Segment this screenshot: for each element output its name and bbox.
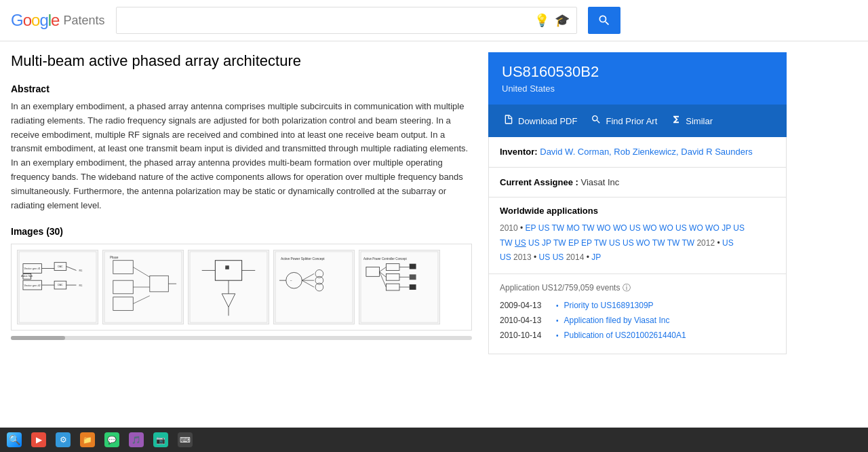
- country-us-12[interactable]: US: [553, 252, 564, 262]
- search-button[interactable]: [588, 7, 620, 34]
- country-ep-1[interactable]: EP: [526, 223, 536, 233]
- event-date-1: 2009-04-13: [500, 301, 551, 310]
- country-tw-8[interactable]: TW: [682, 238, 694, 248]
- country-us-8[interactable]: US: [623, 238, 634, 248]
- images-heading: Images (30): [11, 226, 472, 237]
- country-wo-2[interactable]: WO: [613, 223, 627, 233]
- pdf-icon: [503, 114, 514, 128]
- worldwide-title: Worldwide applications: [500, 206, 775, 216]
- download-pdf-label: Download PDF: [518, 116, 577, 126]
- country-jp-2[interactable]: JP: [542, 238, 551, 248]
- country-us-2[interactable]: US: [629, 223, 641, 233]
- svg-text:R1: R1: [79, 284, 82, 287]
- search-input[interactable]: [123, 15, 529, 26]
- patent-image-5[interactable]: Active Power Controller Concept: [359, 250, 440, 324]
- country-us-10[interactable]: US: [500, 252, 511, 262]
- country-us-5[interactable]: US: [515, 238, 526, 248]
- svg-text:DAC: DAC: [58, 265, 63, 268]
- patent-image-3[interactable]: ⬛: [188, 250, 269, 324]
- patent-card-header: US8160530B2 United States: [488, 52, 787, 105]
- country-tw-3[interactable]: TW: [500, 238, 513, 248]
- patent-country: United States: [502, 83, 773, 94]
- country-jp-3[interactable]: JP: [591, 252, 601, 262]
- event-dot-3: •: [556, 332, 559, 339]
- events-title-text: Application US12/759,059 events: [500, 283, 620, 293]
- lightbulb-icon[interactable]: 💡: [534, 13, 549, 28]
- image-scroll-thumb: [11, 336, 65, 340]
- search-icon-svg: [591, 114, 601, 125]
- graduation-icon[interactable]: 🎓: [555, 13, 570, 28]
- diagram-svg-5: Active Power Controller Concept: [359, 250, 439, 324]
- patent-image-4[interactable]: Active Power Splitter Concept ~: [273, 250, 355, 324]
- svg-text:Active Power Splitter Concept: Active Power Splitter Concept: [281, 257, 325, 261]
- event-date-3: 2010-10-14: [500, 331, 551, 340]
- google-logo: Google: [11, 11, 59, 30]
- svg-text:Active Split: Active Split: [21, 276, 33, 278]
- country-wo-4[interactable]: WO: [659, 223, 673, 233]
- year-2014: 2014: [566, 252, 585, 262]
- diagram-svg-3: ⬛: [189, 250, 269, 324]
- country-us-4[interactable]: US: [733, 223, 745, 233]
- country-us-7[interactable]: US: [609, 238, 620, 248]
- diagram-svg-2: Phase: [103, 250, 183, 324]
- image-scroll-bar[interactable]: [11, 336, 472, 340]
- similar-button[interactable]: Similar: [664, 110, 719, 132]
- country-ep-3[interactable]: EP: [581, 238, 592, 248]
- country-ep-2[interactable]: EP: [568, 238, 579, 248]
- country-wo-7[interactable]: WO: [636, 238, 650, 248]
- country-tw-5[interactable]: TW: [594, 238, 607, 248]
- events-section: Application US12/759,059 events ⓘ 2009-0…: [489, 274, 786, 354]
- logo-area: Google Patents: [11, 11, 105, 30]
- country-tw-6[interactable]: TW: [652, 238, 665, 248]
- country-tw-4[interactable]: TW: [553, 238, 566, 248]
- country-mo-1[interactable]: MO: [567, 223, 580, 233]
- action-bar: Download PDF Find Prior Art Similar: [488, 105, 787, 137]
- inventor-label: Inventor:: [500, 147, 538, 157]
- country-us-11[interactable]: US: [539, 252, 551, 262]
- country-tw-7[interactable]: TW: [667, 238, 680, 248]
- events-help-icon[interactable]: ⓘ: [623, 283, 631, 293]
- assignee-value: Viasat Inc: [580, 177, 619, 187]
- patent-image-2[interactable]: Phase: [102, 250, 184, 324]
- pdf-svg: [503, 114, 514, 125]
- country-us-9[interactable]: US: [722, 238, 734, 248]
- images-container: Vector gen #1 Vector gen #2 Active Split…: [11, 244, 472, 331]
- svg-rect-60: [410, 284, 416, 290]
- country-us-1[interactable]: US: [538, 223, 550, 233]
- diagram-svg-1: Vector gen #1 Vector gen #2 Active Split…: [18, 250, 98, 324]
- search-bar: 💡 🎓: [116, 7, 577, 34]
- inventor-value[interactable]: David W. Corman, Rob Zienkewicz, David R…: [540, 147, 753, 157]
- year-2012: 2012: [696, 238, 715, 248]
- patent-image-1[interactable]: Vector gen #1 Vector gen #2 Active Split…: [17, 250, 98, 324]
- similar-label: Similar: [686, 116, 713, 126]
- event-text-1[interactable]: Priority to US16891309P: [564, 301, 775, 310]
- svg-text:DAC: DAC: [58, 284, 63, 286]
- search-icon: [597, 14, 611, 27]
- event-row-3: 2010-10-14 • Publication of US2010026144…: [500, 331, 775, 340]
- diagram-svg-4: Active Power Splitter Concept ~: [274, 250, 354, 324]
- download-pdf-button[interactable]: Download PDF: [496, 110, 584, 132]
- find-prior-art-label: Find Prior Art: [606, 116, 657, 126]
- worldwide-text: 2010 • EP US TW MO TW WO WO US WO WO US …: [500, 221, 775, 265]
- country-jp-1[interactable]: JP: [722, 223, 731, 233]
- abstract-text: In an exemplary embodiment, a phased arr…: [11, 100, 472, 212]
- country-wo-6[interactable]: WO: [705, 223, 719, 233]
- country-wo-3[interactable]: WO: [643, 223, 657, 233]
- find-prior-art-button[interactable]: Find Prior Art: [584, 110, 664, 132]
- country-us-6[interactable]: US: [528, 238, 540, 248]
- patent-number: US8160530B2: [502, 63, 773, 81]
- event-text-2[interactable]: Application filed by Viasat Inc: [564, 316, 775, 325]
- abstract-section: Abstract In an exemplary embodiment, a p…: [11, 83, 472, 212]
- similar-icon: [671, 114, 682, 128]
- events-title: Application US12/759,059 events ⓘ: [500, 282, 775, 294]
- country-wo-1[interactable]: WO: [597, 223, 611, 233]
- country-tw-2[interactable]: TW: [582, 223, 595, 233]
- svg-text:Vector gen #2: Vector gen #2: [24, 284, 41, 287]
- event-text-3[interactable]: Publication of US20100261440A1: [564, 331, 775, 340]
- abstract-heading: Abstract: [11, 83, 472, 94]
- patents-logo-text: Patents: [63, 14, 104, 28]
- main-content: Multi-beam active phased array architect…: [0, 41, 868, 354]
- country-wo-5[interactable]: WO: [689, 223, 703, 233]
- country-us-3[interactable]: US: [675, 223, 687, 233]
- country-tw-1[interactable]: TW: [552, 223, 565, 233]
